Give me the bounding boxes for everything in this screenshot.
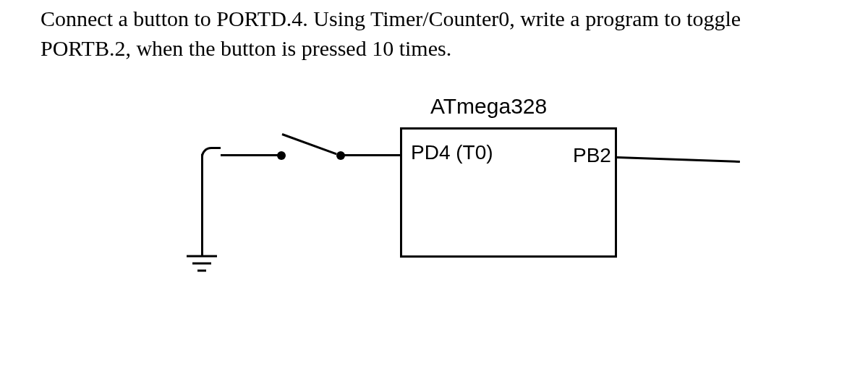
wire-switch-to-ground-v	[201, 154, 203, 255]
switch-terminal-right	[336, 151, 345, 160]
pin-left-label: PD4 (T0)	[411, 141, 493, 164]
ground-icon	[187, 253, 217, 278]
chip-title: ATmega328	[430, 94, 547, 119]
wire-corner	[201, 147, 221, 166]
pin-right-label: PB2	[573, 144, 611, 167]
pushbutton-switch	[281, 133, 336, 155]
wire-to-pd4	[340, 154, 401, 156]
wire-pb2-out	[617, 156, 740, 163]
circuit-diagram: ATmega328 PD4 (T0) PB2	[0, 0, 868, 377]
